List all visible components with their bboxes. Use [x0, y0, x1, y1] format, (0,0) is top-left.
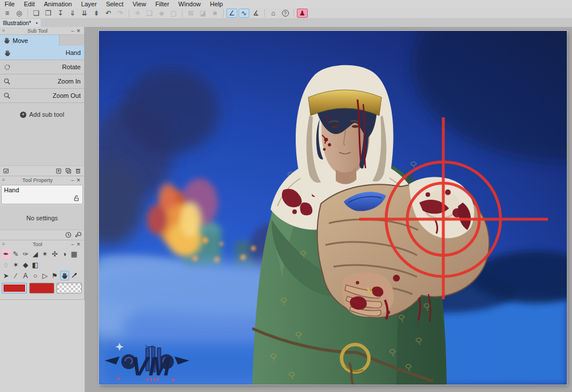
- line-tool-icon[interactable]: ∕: [11, 271, 21, 280]
- settings-checkbox-icon[interactable]: [2, 167, 10, 175]
- decoration-tool-icon[interactable]: ✣: [50, 249, 59, 259]
- document-canvas[interactable]: VM: [99, 31, 567, 385]
- fill-icon[interactable]: ■: [209, 9, 220, 18]
- menu-animation[interactable]: Animation: [39, 1, 77, 7]
- no-settings-text: No settings: [26, 215, 58, 221]
- minimize-icon[interactable]: –: [70, 241, 75, 247]
- auto-select-tool-icon[interactable]: ✶: [11, 260, 21, 270]
- watermark-text: VM: [131, 351, 172, 381]
- subtool-footer: [0, 165, 84, 176]
- close-icon[interactable]: ✕: [75, 28, 82, 34]
- close-icon[interactable]: ✕: [75, 241, 82, 247]
- gradient-tool-icon[interactable]: ◧: [31, 260, 40, 270]
- liquify-tool-icon[interactable]: ▦: [70, 249, 79, 259]
- menu-file[interactable]: File: [0, 1, 19, 7]
- tool-panel: ≡ Tool – ✕ ✒ ✎ ✑ ◢ ✴ ✣ ◑ ▦ ◌ ✶ ◆ ◧: [0, 240, 85, 300]
- balloon-tool-icon[interactable]: ○: [31, 271, 40, 280]
- tool-property-panel: ≡ Tool Property – ✕ Hand No settings: [0, 176, 85, 240]
- transparent-color-swatch[interactable]: [57, 283, 82, 294]
- export-batch-icon[interactable]: ⇊: [79, 9, 90, 18]
- fill-tool-icon[interactable]: ◆: [21, 260, 30, 270]
- tips-icon[interactable]: ⌂: [268, 9, 279, 18]
- brush-tool-icon[interactable]: ✑: [21, 249, 30, 259]
- magnifier-icon: [3, 92, 11, 100]
- blend-tool-icon[interactable]: ◑: [60, 249, 69, 259]
- export-image-icon[interactable]: ⇓: [67, 9, 78, 18]
- magnifier-icon: [3, 78, 11, 85]
- hand-tool-icon[interactable]: [60, 271, 69, 280]
- document-tab-illustration[interactable]: Illustration* ●: [0, 19, 41, 27]
- export-animation-icon[interactable]: ⇟: [91, 9, 102, 18]
- menu-select[interactable]: Select: [101, 1, 128, 7]
- close-icon[interactable]: ✕: [75, 177, 82, 183]
- pen-tool-icon[interactable]: ✒: [2, 249, 11, 259]
- gradient-fill-icon[interactable]: ◪: [197, 9, 208, 18]
- menu-edit[interactable]: Edit: [19, 1, 39, 7]
- menu-filter[interactable]: Filter: [150, 1, 173, 7]
- canvas-workspace[interactable]: VM: [85, 27, 572, 392]
- rotate-icon: [3, 64, 11, 71]
- operation-tool-icon[interactable]: ➤: [2, 271, 11, 280]
- document-tab-menu-dot[interactable]: ●: [35, 21, 38, 25]
- subtool-panel-title: Sub Tool: [5, 28, 70, 34]
- menu-layer[interactable]: Layer: [77, 1, 102, 7]
- open-file-icon[interactable]: ❐: [43, 9, 54, 18]
- sub-color-swatch[interactable]: [29, 283, 54, 294]
- toolbar-separator: [223, 9, 224, 17]
- reselect-icon[interactable]: ❑: [144, 9, 155, 18]
- main-menu-icon[interactable]: ≡: [2, 9, 13, 18]
- subtool-item-hand[interactable]: Hand: [0, 46, 84, 60]
- menu-view[interactable]: View: [128, 1, 151, 7]
- redo-icon[interactable]: ↷: [115, 9, 126, 18]
- subtool-item-zoom-out[interactable]: Zoom Out: [0, 89, 84, 103]
- clear-icon[interactable]: ⊠: [185, 9, 196, 18]
- main-color-swatch[interactable]: [2, 283, 27, 294]
- toolbar-separator: [293, 9, 294, 17]
- subtool-tab-move[interactable]: Move: [0, 35, 59, 46]
- plus-circle-icon: +: [20, 112, 26, 118]
- help-icon[interactable]: ?: [280, 9, 291, 18]
- hand-icon: [3, 37, 10, 44]
- eyedropper-tool-icon[interactable]: [70, 271, 79, 280]
- toolbar-separator: [264, 9, 265, 17]
- undo-icon[interactable]: ↶: [103, 9, 114, 18]
- eraser-tool-icon[interactable]: ◢: [31, 249, 40, 259]
- subtool-list: Hand Rotate Zoom In Zoom Out: [0, 46, 84, 103]
- duplicate-subtool-icon[interactable]: [65, 167, 72, 175]
- menu-help[interactable]: Help: [205, 1, 228, 7]
- tool-grid: ✒ ✎ ✑ ◢ ✴ ✣ ◑ ▦ ◌ ✶ ◆ ◧ ➤ ∕ A ○ ▷ ⚑: [0, 248, 84, 282]
- wrench-icon[interactable]: [74, 231, 82, 239]
- pencil-tool-icon[interactable]: ✎: [11, 249, 21, 259]
- text-tool-icon[interactable]: A: [21, 271, 30, 280]
- invert-selection-icon[interactable]: ◈: [156, 9, 167, 18]
- deselect-icon[interactable]: ✳: [132, 9, 143, 18]
- workspace-logo-icon[interactable]: ◎: [14, 9, 25, 18]
- tool-property-body: No settings: [0, 205, 84, 229]
- import-subtool-icon[interactable]: [55, 167, 62, 175]
- reset-defaults-icon[interactable]: [65, 231, 72, 239]
- subtool-tab-label: Move: [13, 37, 28, 44]
- snap-ruler-icon[interactable]: ∠: [227, 9, 237, 18]
- minimize-icon[interactable]: –: [70, 177, 75, 183]
- account-stamp-icon[interactable]: ♟: [297, 9, 308, 18]
- snap-special-ruler-icon[interactable]: ∿: [239, 9, 249, 18]
- correct-line-tool-icon[interactable]: ⚑: [50, 271, 59, 280]
- current-tool-name: Hand: [4, 187, 19, 193]
- subtool-panel-header: ≡ Sub Tool – ✕: [0, 27, 84, 34]
- toolbar-separator: [129, 9, 129, 17]
- selection-tool-icon[interactable]: ◌: [2, 260, 11, 270]
- subtool-item-rotate[interactable]: Rotate: [0, 60, 84, 74]
- add-subtool-button[interactable]: + Add sub tool: [20, 111, 64, 118]
- menu-window[interactable]: Window: [174, 1, 205, 7]
- selection-border-icon[interactable]: ▢: [168, 9, 179, 18]
- airbrush-tool-icon[interactable]: ✴: [41, 249, 50, 259]
- tool-property-footer: [0, 229, 84, 240]
- snap-grid-icon[interactable]: ∡: [251, 9, 261, 18]
- trash-icon[interactable]: [74, 167, 82, 175]
- new-file-icon[interactable]: ❏: [31, 9, 42, 18]
- save-icon[interactable]: ↧: [55, 9, 66, 18]
- unlock-icon[interactable]: [73, 195, 80, 202]
- subtool-item-zoom-in[interactable]: Zoom In: [0, 74, 84, 89]
- figure-tool-icon[interactable]: ▷: [41, 271, 50, 280]
- minimize-icon[interactable]: –: [70, 28, 75, 34]
